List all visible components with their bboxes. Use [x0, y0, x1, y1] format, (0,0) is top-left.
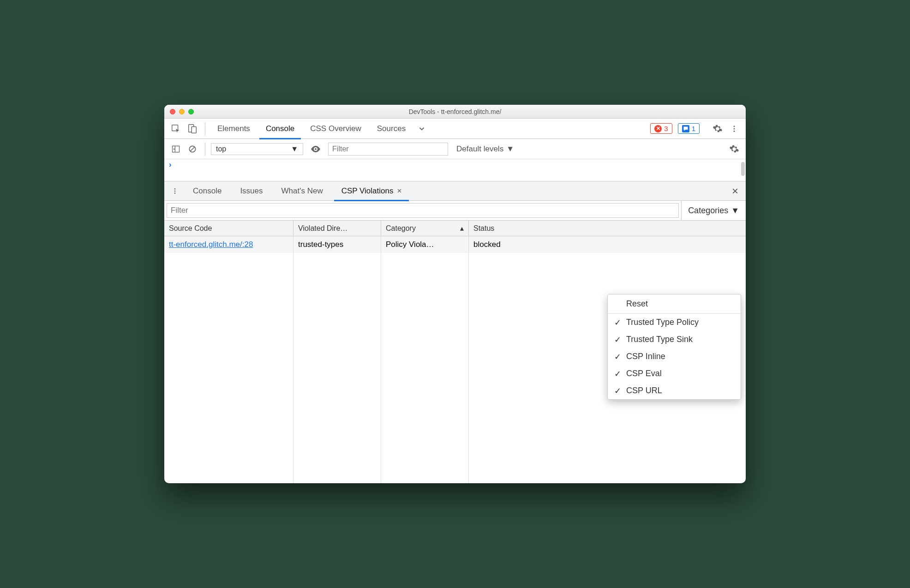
- drawer-kebab-icon[interactable]: [168, 184, 182, 198]
- console-prompt-icon: ›: [169, 160, 172, 169]
- menu-item-csp-url[interactable]: CSP URL: [608, 382, 741, 399]
- console-output[interactable]: ›: [164, 159, 746, 181]
- menu-item-csp-inline[interactable]: CSP Inline: [608, 348, 741, 365]
- col-category[interactable]: Category ▴: [381, 221, 469, 236]
- console-settings-icon[interactable]: [727, 142, 741, 156]
- menu-reset[interactable]: Reset: [608, 294, 741, 314]
- log-levels-label: Default levels: [456, 144, 503, 154]
- svg-point-10: [174, 190, 176, 192]
- categories-label: Categories: [688, 206, 728, 216]
- menu-item-csp-eval[interactable]: CSP Eval: [608, 365, 741, 382]
- chevron-down-icon: ▼: [731, 206, 739, 216]
- col-directive[interactable]: Violated Dire…: [293, 221, 381, 236]
- csp-filter-row: Categories ▼: [164, 201, 746, 221]
- context-selector[interactable]: top ▼: [211, 143, 303, 155]
- messages-count: 1: [692, 125, 695, 132]
- devtools-window: DevTools - tt-enforced.glitch.me/ Elemen…: [164, 105, 746, 483]
- sort-asc-icon: ▴: [460, 224, 464, 233]
- console-toolbar: top ▼ Default levels ▼: [164, 139, 746, 159]
- menu-item-trusted-type-policy[interactable]: Trusted Type Policy: [608, 314, 741, 331]
- svg-point-3: [734, 126, 735, 127]
- categories-menu: Reset Trusted Type Policy Trusted Type S…: [607, 294, 741, 400]
- drawer-tab-issues[interactable]: Issues: [233, 181, 270, 201]
- kebab-menu-icon[interactable]: [727, 122, 741, 136]
- chevron-down-icon: ▼: [506, 144, 514, 154]
- svg-point-8: [315, 148, 317, 150]
- tab-sources[interactable]: Sources: [371, 119, 412, 139]
- svg-point-11: [174, 192, 176, 194]
- tab-css-overview[interactable]: CSS Overview: [304, 119, 368, 139]
- messages-badge[interactable]: 1: [678, 123, 700, 134]
- errors-count: 3: [664, 125, 668, 132]
- grid-header: Source Code Violated Dire… Category ▴ St…: [164, 221, 746, 236]
- tab-console[interactable]: Console: [259, 119, 301, 139]
- drawer-tab-whats-new[interactable]: What's New: [274, 181, 330, 201]
- tab-elements[interactable]: Elements: [211, 119, 257, 139]
- drawer-tab-label: CSP Violations: [341, 186, 394, 196]
- close-drawer-icon[interactable]: ×: [732, 185, 738, 198]
- menu-item-trusted-type-sink[interactable]: Trusted Type Sink: [608, 331, 741, 348]
- window-title: DevTools - tt-enforced.glitch.me/: [164, 108, 746, 115]
- close-tab-icon[interactable]: ×: [397, 186, 401, 196]
- svg-point-5: [734, 130, 735, 132]
- svg-rect-6: [173, 146, 180, 152]
- drawer-tabbar: Console Issues What's New CSP Violations…: [164, 181, 746, 201]
- sidebar-toggle-icon[interactable]: [169, 142, 183, 156]
- context-value: top: [216, 145, 226, 153]
- device-toolbar-icon[interactable]: [186, 122, 199, 136]
- svg-rect-2: [192, 126, 196, 133]
- categories-button[interactable]: Categories ▼: [681, 201, 746, 220]
- svg-point-9: [174, 188, 176, 190]
- drawer-tab-csp-violations[interactable]: CSP Violations ×: [334, 181, 409, 201]
- clear-console-icon[interactable]: [186, 142, 199, 156]
- settings-icon[interactable]: [711, 122, 724, 136]
- svg-point-4: [734, 128, 735, 129]
- live-expression-icon[interactable]: [309, 142, 323, 156]
- drawer-tab-console[interactable]: Console: [186, 181, 229, 201]
- scrollbar-thumb[interactable]: [741, 162, 745, 176]
- divider: [205, 122, 205, 135]
- col-category-label: Category: [386, 224, 416, 233]
- main-tabbar: Elements Console CSS Overview Sources ✕ …: [164, 119, 746, 139]
- chevron-down-icon: ▼: [291, 145, 298, 153]
- log-levels-selector[interactable]: Default levels ▼: [456, 144, 514, 154]
- inspect-element-icon[interactable]: [169, 122, 183, 136]
- col-source[interactable]: Source Code: [164, 221, 293, 236]
- titlebar: DevTools - tt-enforced.glitch.me/: [164, 105, 746, 119]
- more-tabs-icon[interactable]: [415, 122, 429, 136]
- csp-filter-input[interactable]: [167, 203, 679, 218]
- error-icon: ✕: [654, 125, 662, 132]
- message-icon: [682, 125, 689, 132]
- divider: [205, 143, 205, 156]
- errors-badge[interactable]: ✕ 3: [650, 123, 672, 134]
- col-status[interactable]: Status: [469, 221, 746, 236]
- console-filter-input[interactable]: [328, 143, 448, 156]
